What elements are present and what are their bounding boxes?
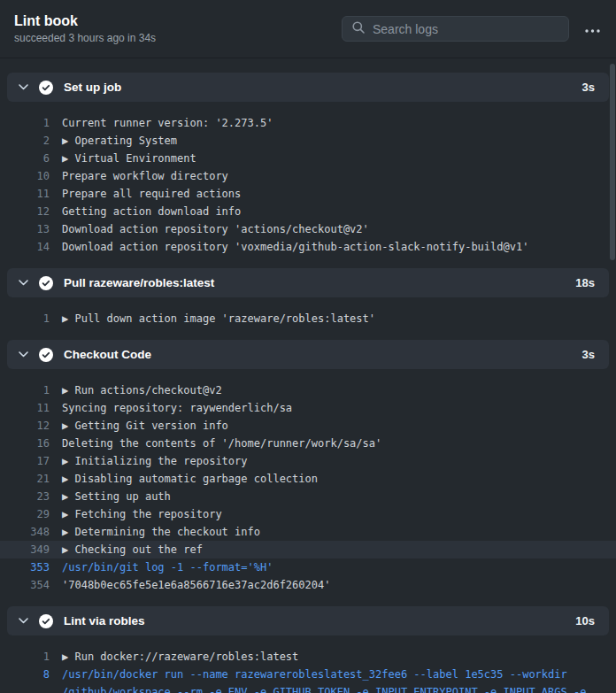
log-section-0: Set up job 3s 1 Current runner version: … [7, 73, 609, 265]
log-line-text: Prepare all required actions [50, 185, 609, 203]
kebab-horizontal-icon [585, 22, 600, 35]
page-title: Lint book [14, 13, 156, 29]
log-line-number[interactable]: 354 [7, 576, 50, 594]
log-line[interactable]: 6 ▶ Virtual Environment [7, 150, 609, 167]
log-line-text: ▶ Run actions/checkout@v2 [50, 381, 609, 399]
log-line[interactable]: 353 /usr/bin/git log -1 --format='%H' [7, 558, 609, 576]
log-line-number[interactable]: 353 [7, 558, 50, 576]
step-log-block: 1 ▶ Run docker://razeware/robles:latest … [7, 635, 609, 693]
workflow-log-viewer: Lint book succeeded 3 hours ago in 34s [0, 0, 616, 693]
log-line-text: ▶ Run docker://razeware/robles:latest [50, 648, 609, 666]
step-log-block: 1 Current runner version: '2.273.5' 2 ▶ … [7, 102, 609, 265]
check-circle-icon [39, 614, 53, 628]
log-line[interactable]: 10 Prepare workflow directory [7, 167, 609, 185]
log-line-number[interactable]: 23 [7, 488, 50, 505]
log-line-text: Syncing repository: raywenderlich/sa [50, 399, 609, 417]
job-status-summary: succeeded 3 hours ago in 34s [14, 32, 156, 44]
log-line-text: ▶ Fetching the repository [50, 505, 609, 523]
log-line-number[interactable]: 348 [7, 523, 50, 541]
log-line[interactable]: 14 Download action repository 'voxmedia/… [7, 238, 609, 256]
log-line[interactable]: 349 ▶ Checking out the ref [0, 541, 616, 558]
log-line-number[interactable]: 6 [7, 150, 50, 167]
log-section-1: Pull razeware/robles:latest 18s 1 ▶ Pull… [7, 268, 609, 336]
log-line[interactable]: 11 Prepare all required actions [7, 185, 609, 203]
log-line-number[interactable]: 12 [7, 417, 50, 435]
chevron-down-icon [19, 618, 28, 624]
log-line-text: Getting action download info [50, 203, 609, 220]
log-line-number[interactable]: 349 [7, 541, 50, 558]
step-header[interactable]: Set up job 3s [7, 73, 609, 102]
log-line-text: ▶ Getting Git version info [50, 417, 609, 435]
search-logs-box[interactable] [342, 16, 569, 42]
vertical-scrollbar-thumb[interactable] [610, 64, 615, 260]
log-line-number[interactable]: 29 [7, 505, 50, 523]
log-line-text: Prepare workflow directory [50, 167, 609, 185]
log-line-text: ▶ Operating System [50, 132, 609, 150]
log-sections-container: Set up job 3s 1 Current runner version: … [0, 58, 616, 693]
step-duration: 3s [582, 81, 595, 94]
log-line-number[interactable]: 1 [7, 381, 50, 399]
step-header[interactable]: Pull razeware/robles:latest 18s [7, 268, 609, 297]
log-section-3: Lint via robles 10s 1 ▶ Run docker://raz… [7, 606, 609, 693]
header-actions [342, 16, 602, 42]
log-line[interactable]: 12 Getting action download info [7, 203, 609, 220]
log-line-text: ▶ Pull down action image 'razeware/roble… [50, 310, 609, 327]
log-line-text: Download action repository 'actions/chec… [50, 220, 609, 238]
log-line-text: Download action repository 'voxmedia/git… [50, 238, 609, 256]
chevron-down-icon [19, 280, 28, 286]
log-line-number[interactable]: 17 [7, 452, 50, 470]
log-line-number[interactable]: 1 [7, 310, 50, 327]
step-duration: 3s [582, 348, 595, 361]
step-title: Lint via robles [64, 614, 145, 628]
log-line-number[interactable]: 1 [7, 648, 50, 666]
step-log-block: 1 ▶ Pull down action image 'razeware/rob… [7, 297, 609, 336]
search-input[interactable] [373, 22, 559, 36]
log-line[interactable]: 1 ▶ Pull down action image 'razeware/rob… [7, 310, 609, 327]
log-line-number[interactable]: 21 [7, 470, 50, 488]
log-line-number[interactable]: 13 [7, 220, 50, 238]
log-line-number[interactable]: 11 [7, 185, 50, 203]
log-line[interactable]: 16 Deleting the contents of '/home/runne… [7, 435, 609, 452]
log-line[interactable]: 13 Download action repository 'actions/c… [7, 220, 609, 238]
step-header[interactable]: Lint via robles 10s [7, 606, 609, 635]
log-line-number[interactable]: 2 [7, 132, 50, 150]
log-line[interactable]: 12 ▶ Getting Git version info [7, 417, 609, 435]
check-circle-icon [39, 348, 53, 362]
log-line-text: ▶ Setting up auth [50, 488, 609, 505]
log-line[interactable]: 1 Current runner version: '2.273.5' [7, 114, 609, 132]
log-line-number[interactable]: 10 [7, 167, 50, 185]
log-line[interactable]: 354 '7048b0ec65fe5e1e6a8566716e37ac2d6f2… [7, 576, 609, 594]
log-line[interactable]: 8 /usr/bin/docker run --name razewarerob… [7, 666, 609, 693]
log-line[interactable]: 348 ▶ Determining the checkout info [7, 523, 609, 541]
chevron-down-icon [19, 84, 28, 90]
step-header[interactable]: Checkout Code 3s [7, 340, 609, 369]
log-line[interactable]: 1 ▶ Run docker://razeware/robles:latest [7, 648, 609, 666]
log-line-text: Current runner version: '2.273.5' [50, 114, 609, 132]
job-header: Lint book succeeded 3 hours ago in 34s [0, 0, 616, 58]
check-circle-icon [39, 81, 53, 95]
log-settings-button[interactable] [583, 19, 602, 39]
search-icon [351, 20, 366, 38]
log-line[interactable]: 29 ▶ Fetching the repository [7, 505, 609, 523]
log-line-number[interactable]: 14 [7, 238, 50, 256]
job-title-block: Lint book succeeded 3 hours ago in 34s [14, 13, 156, 44]
log-line-number[interactable]: 1 [7, 114, 50, 132]
log-line-text: /usr/bin/git log -1 --format='%H' [50, 558, 609, 576]
log-line[interactable]: 23 ▶ Setting up auth [7, 488, 609, 505]
log-line-number[interactable]: 12 [7, 203, 50, 220]
log-line[interactable]: 17 ▶ Initializing the repository [7, 452, 609, 470]
log-line[interactable]: 21 ▶ Disabling automatic garbage collect… [7, 470, 609, 488]
step-duration: 10s [575, 614, 595, 628]
log-line-number[interactable]: 16 [7, 435, 50, 452]
log-line[interactable]: 2 ▶ Operating System [7, 132, 609, 150]
log-line-number[interactable]: 8 [7, 666, 50, 683]
log-line[interactable]: 11 Syncing repository: raywenderlich/sa [7, 399, 609, 417]
log-line-text: ▶ Disabling automatic garbage collection [50, 470, 609, 488]
log-line-text: ▶ Initializing the repository [50, 452, 609, 470]
log-line-text: Deleting the contents of '/home/runner/w… [50, 435, 609, 452]
step-duration: 18s [575, 276, 595, 289]
log-line-number[interactable]: 11 [7, 399, 50, 417]
log-line[interactable]: 1 ▶ Run actions/checkout@v2 [7, 381, 609, 399]
log-line-text: '7048b0ec65fe5e1e6a8566716e37ac2d6f26020… [50, 576, 609, 594]
chevron-down-icon [19, 351, 28, 358]
